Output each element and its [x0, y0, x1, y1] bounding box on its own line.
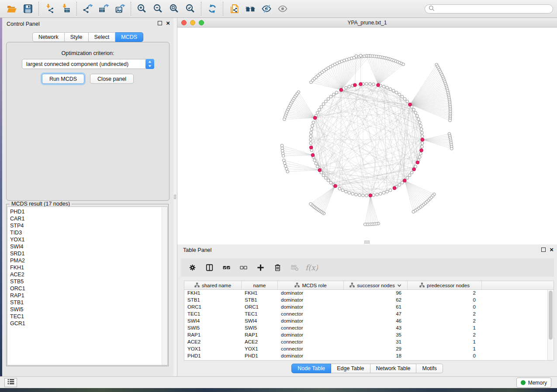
network-node[interactable] [285, 167, 288, 170]
network-node[interactable] [322, 174, 325, 177]
network-node[interactable] [408, 174, 411, 177]
search-input[interactable] [437, 6, 549, 12]
network-node[interactable] [365, 194, 368, 197]
network-node[interactable] [311, 124, 314, 127]
hide-panels-icon[interactable] [258, 1, 274, 16]
mcds-node[interactable] [377, 83, 380, 87]
network-node[interactable] [421, 142, 424, 145]
mcds-node[interactable] [359, 83, 363, 86]
network-node[interactable] [412, 210, 415, 213]
window-zoom-button[interactable] [199, 20, 204, 25]
mcds-result-item[interactable]: TID3 [10, 229, 167, 236]
network-node[interactable] [420, 128, 423, 131]
export-table-icon[interactable] [96, 1, 112, 16]
import-table-icon[interactable] [58, 1, 74, 16]
tab-edge-table[interactable]: Edge Table [331, 364, 370, 373]
splitter-handle[interactable] [174, 195, 176, 199]
network-node[interactable] [316, 111, 319, 114]
mcds-node[interactable] [416, 161, 419, 164]
network-node[interactable] [372, 194, 375, 197]
network-node[interactable] [419, 124, 422, 127]
network-node[interactable] [376, 193, 379, 196]
zoom-in-icon[interactable] [134, 1, 150, 16]
network-node[interactable] [369, 83, 372, 86]
network-node[interactable] [348, 85, 351, 88]
network-node[interactable] [313, 159, 316, 162]
network-node[interactable] [283, 162, 286, 165]
mcds-result-item[interactable]: YOX1 [10, 236, 167, 243]
table-scrollbar-thumb[interactable] [549, 291, 553, 340]
mcds-result-item[interactable]: CAR1 [10, 215, 167, 222]
network-node[interactable] [348, 191, 351, 194]
network-node[interactable] [402, 63, 405, 66]
network-node[interactable] [316, 165, 319, 168]
network-node[interactable] [386, 86, 389, 89]
memory-button[interactable]: Memory [516, 378, 551, 388]
float-panel-icon[interactable] [541, 248, 546, 252]
export-network-icon[interactable] [80, 1, 96, 16]
network-node[interactable] [329, 181, 332, 184]
preview-icon[interactable] [274, 1, 291, 16]
tab-style[interactable]: Style [65, 32, 89, 42]
delete-row-icon[interactable] [270, 261, 284, 275]
network-node[interactable] [283, 118, 286, 121]
network-node[interactable] [351, 193, 354, 196]
network-node[interactable] [324, 176, 327, 179]
zoom-selected-icon[interactable] [182, 1, 198, 16]
scrollbar-track[interactable] [162, 207, 167, 365]
float-panel-icon[interactable] [158, 21, 162, 25]
close-panel-icon[interactable] [550, 248, 554, 252]
network-node[interactable] [450, 147, 453, 150]
network-graph[interactable] [177, 28, 557, 244]
network-node[interactable] [449, 119, 452, 122]
mcds-result-item[interactable]: SWI4 [10, 243, 167, 250]
window-minimize-button[interactable] [190, 20, 195, 25]
mcds-result-item[interactable]: ACE2 [10, 271, 167, 278]
save-icon[interactable] [20, 1, 36, 16]
network-node[interactable] [324, 100, 327, 103]
network-node[interactable] [403, 97, 406, 100]
table-row[interactable]: ACE2ACE2connector311 [184, 339, 554, 346]
mcds-node[interactable] [353, 83, 357, 87]
mcds-node[interactable] [412, 168, 416, 171]
mcds-node[interactable] [369, 194, 372, 197]
network-node[interactable] [416, 114, 419, 117]
table-row[interactable]: SWI4SWI4dominator462 [184, 318, 554, 325]
mcds-result-item[interactable]: STP4 [10, 222, 167, 229]
mcds-result-item[interactable]: FKH1 [10, 264, 167, 271]
network-node[interactable] [418, 155, 421, 158]
network-node[interactable] [338, 187, 341, 190]
mcds-result-item[interactable]: SWI5 [10, 306, 167, 313]
select-all-icon[interactable] [219, 261, 233, 275]
criterion-select[interactable]: largest connected component (undirected) [22, 59, 154, 69]
horizontal-splitter-handle[interactable] [364, 241, 370, 244]
network-node[interactable] [406, 100, 409, 103]
network-node[interactable] [355, 193, 358, 196]
network-node[interactable] [421, 131, 424, 134]
network-node[interactable] [389, 88, 392, 91]
network-node[interactable] [363, 223, 367, 226]
network-node[interactable] [310, 131, 313, 134]
network-node[interactable] [417, 118, 420, 121]
mcds-node[interactable] [311, 153, 315, 157]
refresh-layout-icon[interactable] [204, 1, 220, 16]
mcds-result-item[interactable]: SRD1 [10, 250, 167, 257]
network-node[interactable] [389, 189, 392, 192]
column-header-successor-nodes[interactable]: successor nodes [344, 281, 408, 289]
network-node[interactable] [327, 179, 330, 182]
network-node[interactable] [355, 55, 358, 58]
mcds-node[interactable] [393, 186, 396, 190]
mcds-result-item[interactable]: STB5 [10, 278, 167, 285]
mcds-node[interactable] [403, 179, 406, 182]
column-header-shared-name[interactable]: shared name [184, 281, 242, 289]
mcds-result-item[interactable]: TEC1 [10, 313, 167, 320]
table-row[interactable]: FKH1FKH1dominator962 [184, 290, 554, 297]
network-node[interactable] [315, 162, 318, 165]
mcds-node[interactable] [420, 149, 423, 152]
network-node[interactable] [280, 144, 284, 147]
network-node[interactable] [345, 190, 348, 193]
table-scrollbar-track[interactable] [547, 290, 554, 360]
network-node[interactable] [362, 194, 365, 197]
mcds-node[interactable] [339, 88, 343, 92]
network-node[interactable] [379, 193, 382, 196]
